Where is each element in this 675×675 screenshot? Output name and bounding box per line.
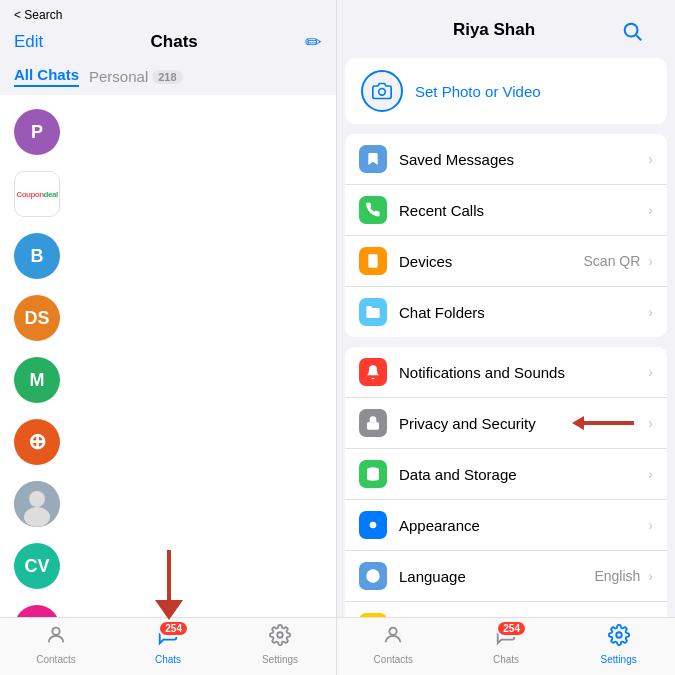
list-item[interactable]: M: [0, 349, 336, 411]
svg-marker-11: [572, 416, 634, 430]
devices-icon: [359, 247, 387, 275]
list-item[interactable]: B: [0, 225, 336, 287]
tab-all-chats[interactable]: All Chats: [14, 66, 79, 87]
privacy-label: Privacy and Security: [399, 415, 536, 432]
language-row[interactable]: Language English ›: [345, 551, 667, 602]
tab-chats[interactable]: 254 Chats: [112, 624, 224, 665]
tab-settings[interactable]: Settings: [224, 624, 336, 665]
svg-line-21: [377, 520, 378, 521]
notifications-row[interactable]: Notifications and Sounds ›: [345, 347, 667, 398]
language-icon: [359, 562, 387, 590]
chat-folders-label: Chat Folders: [399, 304, 485, 321]
chats-label: Chats: [155, 654, 181, 665]
avatar: M: [14, 357, 60, 403]
avatar: [14, 481, 60, 527]
chevron-icon: ›: [648, 517, 653, 533]
chevron-icon: ›: [648, 364, 653, 380]
chevron-icon: ›: [648, 568, 653, 584]
svg-point-3: [52, 628, 59, 635]
svg-point-7: [379, 89, 386, 96]
chat-list: P Coupondeal B DS M ⊕ CV: [0, 95, 336, 617]
notifications-label: Notifications and Sounds: [399, 364, 565, 381]
avatar: Coupondeal: [14, 171, 60, 217]
data-storage-row[interactable]: Data and Storage ›: [345, 449, 667, 500]
settings-icon: [608, 624, 630, 652]
right-tab-contacts[interactable]: Contacts: [337, 624, 450, 665]
saved-messages-label: Saved Messages: [399, 151, 514, 168]
data-storage-icon: [359, 460, 387, 488]
privacy-security-icon: [359, 409, 387, 437]
svg-point-1: [29, 491, 45, 507]
set-photo-row[interactable]: Set Photo or Video: [345, 58, 667, 124]
devices-value: Scan QR: [584, 253, 641, 269]
settings-icon: [269, 624, 291, 652]
avatar: P: [14, 109, 60, 155]
status-bar: < Search: [14, 8, 322, 26]
settings-scroll: Set Photo or Video Saved Messages › Rece…: [337, 58, 675, 617]
language-value: English: [594, 568, 640, 584]
user-name: Riya Shah: [453, 20, 535, 40]
chevron-icon: ›: [648, 304, 653, 320]
language-label: Language: [399, 568, 466, 585]
svg-line-6: [636, 35, 641, 40]
list-item[interactable]: P: [0, 101, 336, 163]
contacts-icon: [382, 624, 404, 652]
tab-contacts[interactable]: Contacts: [0, 624, 112, 665]
svg-point-4: [277, 632, 283, 638]
recent-calls-row[interactable]: Recent Calls ›: [345, 185, 667, 236]
red-arrow-annotation: [572, 414, 642, 432]
list-item[interactable]: [0, 473, 336, 535]
personal-badge: 218: [152, 70, 182, 84]
page-title: Chats: [151, 32, 198, 52]
right-bottom-tab-bar: Contacts 254 Chats Settings: [337, 617, 675, 675]
contacts-tab-label: Contacts: [374, 654, 413, 665]
right-tab-settings[interactable]: Settings: [562, 624, 675, 665]
data-storage-label: Data and Storage: [399, 466, 517, 483]
notifications-icon: [359, 358, 387, 386]
arrow-annotation: [155, 550, 183, 620]
svg-point-30: [390, 628, 397, 635]
settings-header: Riya Shah: [337, 0, 675, 58]
svg-point-5: [625, 24, 638, 37]
appearance-row[interactable]: Appearance ›: [345, 500, 667, 551]
devices-row[interactable]: Devices Scan QR ›: [345, 236, 667, 287]
devices-label: Devices: [399, 253, 452, 270]
set-photo-label: Set Photo or Video: [415, 83, 541, 100]
saved-messages-row[interactable]: Saved Messages ›: [345, 134, 667, 185]
compose-icon[interactable]: ✏: [305, 30, 322, 54]
chat-folders-row[interactable]: Chat Folders ›: [345, 287, 667, 337]
tab-personal[interactable]: Personal 218: [89, 68, 183, 85]
appearance-icon: [359, 511, 387, 539]
chats-badge: 254: [158, 620, 189, 637]
saved-messages-icon: [359, 145, 387, 173]
stickers-emoji-row[interactable]: Stickers and Emoji 23 ›: [345, 602, 667, 617]
svg-line-16: [368, 520, 369, 521]
avatar: CP: [14, 605, 60, 617]
list-item[interactable]: Coupondeal: [0, 163, 336, 225]
avatar: DS: [14, 295, 60, 341]
avatar: B: [14, 233, 60, 279]
search-icon[interactable]: [605, 10, 659, 50]
bottom-tab-bar: Contacts 254 Chats Settings: [0, 617, 336, 675]
list-item[interactable]: DS: [0, 287, 336, 349]
edit-button[interactable]: Edit: [14, 32, 43, 52]
privacy-security-row[interactable]: Privacy and Security ›: [345, 398, 667, 449]
svg-line-17: [377, 529, 378, 530]
chevron-icon: ›: [648, 415, 653, 431]
settings-tab-label: Settings: [601, 654, 637, 665]
settings-label: Settings: [262, 654, 298, 665]
chevron-icon: ›: [648, 466, 653, 482]
camera-icon: [361, 70, 403, 112]
svg-line-20: [368, 529, 369, 530]
list-item[interactable]: ⊕: [0, 411, 336, 473]
svg-point-31: [616, 632, 622, 638]
chat-folders-icon: [359, 298, 387, 326]
svg-rect-10: [367, 422, 379, 429]
appearance-label: Appearance: [399, 517, 480, 534]
chats-badge: 254: [496, 620, 527, 637]
right-tab-chats[interactable]: 254 Chats: [450, 624, 563, 665]
settings-group-1: Saved Messages › Recent Calls › Device: [345, 134, 667, 337]
contacts-icon: [45, 624, 67, 652]
avatar: CV: [14, 543, 60, 589]
recent-calls-icon: [359, 196, 387, 224]
